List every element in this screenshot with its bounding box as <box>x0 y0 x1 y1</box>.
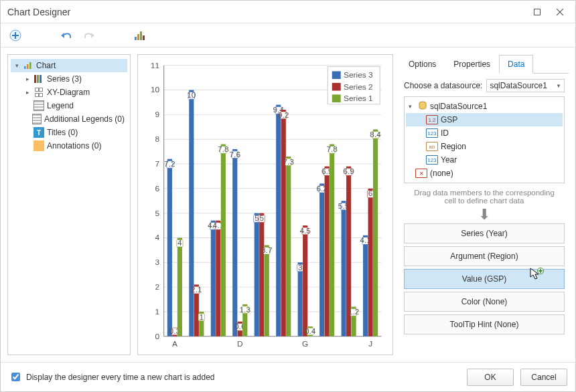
svg-rect-141 <box>332 94 341 102</box>
tab-properties[interactable]: Properties <box>445 55 499 74</box>
tree-node-titles[interactable]: T Titles (0) <box>11 126 127 139</box>
svg-text:3.7: 3.7 <box>261 247 273 254</box>
field-none[interactable]: ✕ (none) <box>406 167 563 180</box>
svg-rect-111 <box>330 144 334 336</box>
tree-node-addlegends[interactable]: Additional Legends (0) <box>11 112 127 126</box>
tree-label: Legend <box>47 101 74 110</box>
float-badge-icon: 1.2 <box>426 115 438 124</box>
svg-rect-84 <box>265 246 269 336</box>
svg-rect-139 <box>332 83 341 91</box>
svg-text:9: 9 <box>155 111 160 118</box>
int-badge-icon: 123 <box>426 128 438 138</box>
redo-button[interactable] <box>81 27 97 43</box>
svg-text:2.1: 2.1 <box>191 286 202 294</box>
tree-node-xydiagram[interactable]: ▸ XY-Diagram <box>11 86 127 99</box>
svg-text:1: 1 <box>155 308 160 315</box>
svg-text:11: 11 <box>151 62 159 69</box>
svg-text:7.6: 7.6 <box>230 151 241 158</box>
svg-rect-108 <box>325 167 330 336</box>
tab-data[interactable]: Data <box>499 55 533 74</box>
svg-rect-93 <box>286 157 291 336</box>
field-label: (none) <box>430 169 453 178</box>
drop-value[interactable]: Value (GSP) <box>404 269 565 289</box>
grid-icon <box>33 87 44 98</box>
svg-text:10: 10 <box>151 86 159 94</box>
legend-icon <box>32 114 42 124</box>
drop-color[interactable]: Color (None) <box>404 292 565 312</box>
field-region[interactable]: ab Region <box>406 140 563 153</box>
tree-label: Series (3) <box>47 74 82 84</box>
svg-rect-137 <box>332 71 341 79</box>
drop-tooltip[interactable]: ToolTip Hint (None) <box>404 314 565 334</box>
right-panel: Options Properties Data Choose a datasou… <box>400 54 569 355</box>
legend-icon <box>33 100 44 111</box>
svg-text:4: 4 <box>155 234 160 241</box>
svg-text:6: 6 <box>155 185 160 192</box>
svg-text:6.9: 6.9 <box>343 168 354 175</box>
svg-rect-81 <box>259 213 264 336</box>
tree-node-series[interactable]: ▸ Series (3) <box>11 72 127 86</box>
svg-text:3: 3 <box>155 259 160 266</box>
window-title: Chart Designer <box>5 7 526 17</box>
display-designer-label: Display the designer every time a new ch… <box>26 373 214 382</box>
svg-text:2: 2 <box>155 284 160 291</box>
svg-text:A: A <box>172 340 177 348</box>
svg-text:7.3: 7.3 <box>283 158 294 165</box>
svg-rect-7 <box>137 34 139 40</box>
add-button[interactable] <box>7 27 23 43</box>
tree-label: Annotations (0) <box>47 141 101 151</box>
field-id[interactable]: 123 ID <box>406 126 563 140</box>
drop-value-label: Value (GSP) <box>462 274 506 284</box>
field-label: ID <box>441 128 449 138</box>
ok-button[interactable]: OK <box>467 369 514 386</box>
svg-text:8: 8 <box>155 136 160 143</box>
field-gsp[interactable]: 1.2 GSP <box>406 113 563 126</box>
svg-rect-48 <box>177 237 182 336</box>
titles-icon: T <box>33 127 44 138</box>
datasource-icon <box>418 101 427 112</box>
svg-rect-51 <box>189 90 194 336</box>
svg-text:9.2: 9.2 <box>278 111 289 118</box>
datasource-value: sqlDataSource1 <box>490 81 547 90</box>
svg-text:7: 7 <box>155 160 160 167</box>
svg-rect-9 <box>143 35 145 40</box>
svg-text:8.4: 8.4 <box>370 131 381 138</box>
svg-text:J: J <box>368 340 372 348</box>
chart-type-button[interactable] <box>132 27 148 43</box>
svg-rect-96 <box>298 262 303 336</box>
svg-rect-12 <box>29 62 31 69</box>
drop-argument[interactable]: Argument (Region) <box>404 246 565 266</box>
tree-label: Chart <box>36 61 56 70</box>
field-year[interactable]: 123 Year <box>406 153 563 167</box>
svg-text:4.5: 4.5 <box>299 227 311 234</box>
undo-button[interactable] <box>58 27 74 43</box>
svg-text:5: 5 <box>259 215 264 222</box>
svg-text:5: 5 <box>255 215 259 222</box>
drop-series[interactable]: Series (Year) <box>404 223 565 243</box>
field-label: GSP <box>441 115 457 124</box>
tree-node-chart[interactable]: ▾ Chart <box>11 59 127 72</box>
display-designer-checkbox[interactable]: Display the designer every time a new ch… <box>9 371 214 383</box>
svg-rect-8 <box>140 31 142 40</box>
datasource-select[interactable]: sqlDataSource1 ▼ <box>486 79 565 92</box>
svg-rect-10 <box>24 66 26 69</box>
tree-node-legend[interactable]: Legend <box>11 99 127 112</box>
field-list[interactable]: ▾ sqlDataSource1 1.2 GSP 123 ID ab Re <box>404 96 565 183</box>
svg-rect-11 <box>27 64 29 69</box>
tab-options[interactable]: Options <box>400 55 445 74</box>
annotations-icon <box>33 140 44 151</box>
close-button[interactable] <box>549 1 571 23</box>
tree-node-annotations[interactable]: Annotations (0) <box>11 139 127 153</box>
structure-tree[interactable]: ▾ Chart ▸ Series (3) ▸ XY-Diagram Legend <box>7 54 131 355</box>
svg-rect-15 <box>40 75 42 83</box>
maximize-button[interactable] <box>526 1 549 23</box>
svg-rect-90 <box>281 110 286 336</box>
svg-rect-99 <box>303 225 307 336</box>
field-datasource-root[interactable]: ▾ sqlDataSource1 <box>406 100 563 113</box>
svg-text:D: D <box>237 340 243 348</box>
chart-icon <box>23 60 33 71</box>
field-label: sqlDataSource1 <box>430 102 487 111</box>
svg-rect-13 <box>34 75 36 83</box>
svg-text:10: 10 <box>187 92 196 99</box>
cancel-button[interactable]: Cancel <box>520 369 567 386</box>
